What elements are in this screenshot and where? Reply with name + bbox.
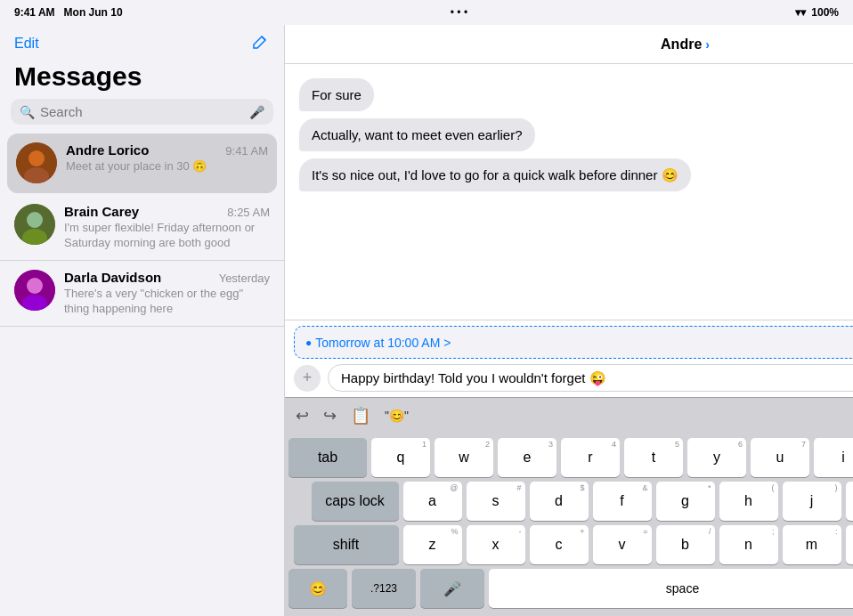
key-y[interactable]: 6y	[687, 438, 746, 477]
capslock-key[interactable]: caps lock	[312, 482, 399, 521]
keyboard-toolbar: ↩ ↪ 📋 "😊" A≡	[285, 397, 853, 433]
conv-info-brain: Brain Carey 8:25 AM I'm super flexible! …	[64, 204, 270, 251]
conv-time-darla: Yesterday	[219, 272, 270, 285]
emoji-key[interactable]: 😊	[288, 569, 347, 608]
chat-header: Andre ›	[285, 25, 853, 64]
wifi-icon: ▾▾	[795, 6, 806, 19]
emoji-picker-button[interactable]: "😊"	[385, 409, 409, 423]
search-input[interactable]	[40, 104, 244, 119]
status-right: ▾▾ 100%	[795, 6, 839, 19]
key-r[interactable]: 4r	[561, 438, 620, 477]
key-d[interactable]: $d	[530, 482, 589, 521]
bubble-incoming: It's so nice out, I'd love to go for a q…	[299, 158, 691, 191]
message-row: For sure	[299, 78, 853, 111]
bubble-incoming: Actually, want to meet even earlier?	[299, 118, 535, 151]
search-bar[interactable]: 🔍 🎤	[11, 99, 273, 125]
avatar-andre	[16, 142, 57, 183]
key-g[interactable]: *g	[656, 482, 715, 521]
search-icon: 🔍	[20, 105, 35, 119]
compose-button[interactable]	[250, 32, 270, 54]
mic-icon: 🎤	[249, 105, 264, 119]
key-v[interactable]: =v	[593, 525, 652, 564]
key-a[interactable]: @a	[403, 482, 462, 521]
message-row: I'm down!	[299, 199, 853, 231]
space-key[interactable]: space	[489, 569, 853, 608]
key-z[interactable]: %z	[403, 525, 462, 564]
keyboard-row-1: tab 1q 2w 3e 4r 5t 6y 7u 8i 9o 0p delete	[288, 438, 853, 477]
message-input[interactable]	[328, 364, 853, 392]
key-f[interactable]: &f	[593, 482, 652, 521]
conv-preview-brain: I'm super flexible! Friday afternoon or …	[64, 221, 270, 251]
key-w[interactable]: 2w	[435, 438, 493, 477]
key-m[interactable]: :m	[783, 525, 841, 564]
key-comma[interactable]: !,	[846, 525, 854, 564]
key-t[interactable]: 5t	[624, 438, 683, 477]
app-container: Edit Messages 🔍 🎤 Andre Lo	[0, 25, 853, 616]
keyboard-row-4: 😊 .?123 🎤 space .?123 ✍ ⌨	[288, 569, 853, 608]
conv-name-brain: Brain Carey	[64, 204, 139, 219]
key-n[interactable]: ;n	[719, 525, 778, 564]
svg-point-7	[27, 278, 43, 294]
scheduled-banner[interactable]: ● Tomorrow at 10:00 AM > ✕	[294, 326, 853, 359]
conv-preview-andre: Meet at your place in 30 🙃	[66, 159, 268, 174]
redo-button[interactable]: ↪	[323, 406, 337, 426]
dictation-key[interactable]: 🎤	[420, 569, 484, 608]
messages-container[interactable]: For sure Actually, want to meet even ear…	[285, 64, 853, 320]
key-j[interactable]: )j	[783, 482, 841, 521]
conv-preview-darla: There's a very "chicken or the egg" thin…	[64, 287, 270, 317]
key-h[interactable]: (h	[719, 482, 778, 521]
sidebar-title: Messages	[0, 60, 284, 99]
avatar-brain	[14, 204, 55, 245]
num-key-left[interactable]: .?123	[352, 569, 416, 608]
clipboard-button[interactable]: 📋	[351, 406, 370, 426]
delivered-label: Delivered	[299, 275, 853, 288]
key-c[interactable]: +c	[530, 525, 589, 564]
sidebar: Edit Messages 🔍 🎤 Andre Lo	[0, 25, 285, 616]
message-input-row: + ↑	[294, 364, 853, 392]
sidebar-header: Edit	[0, 25, 284, 60]
message-row: Meet at your place in 30 🙃	[299, 239, 853, 272]
status-bar: 9:41 AM Mon Jun 10 • • • ▾▾ 100%	[0, 0, 853, 25]
key-x[interactable]: -x	[467, 525, 525, 564]
chat-area: Andre › For sure Actually, want to meet …	[285, 25, 853, 616]
conv-info-darla: Darla Davidson Yesterday There's a very …	[64, 270, 270, 317]
status-center: • • •	[451, 6, 467, 19]
left-shift-key[interactable]: shift	[294, 525, 399, 564]
svg-point-1	[28, 150, 45, 166]
avatar-darla	[14, 270, 55, 311]
edit-button[interactable]: Edit	[14, 36, 39, 52]
key-q[interactable]: 1q	[371, 438, 430, 477]
scheduled-text: ● Tomorrow at 10:00 AM >	[305, 336, 451, 350]
conv-time-andre: 9:41 AM	[225, 144, 268, 158]
conversation-item-darla[interactable]: Darla Davidson Yesterday There's a very …	[0, 261, 284, 327]
message-row: It's so nice out, I'd love to go for a q…	[299, 158, 853, 191]
undo-button[interactable]: ↩	[296, 406, 309, 426]
conv-name-andre: Andre Lorico	[66, 142, 149, 158]
chat-header-title: Andre ›	[661, 36, 710, 53]
add-attachment-button[interactable]: +	[294, 365, 321, 392]
key-u[interactable]: 7u	[751, 438, 809, 477]
message-row: Actually, want to meet even earlier?	[299, 118, 853, 151]
key-i[interactable]: 8i	[814, 438, 853, 477]
input-area: ● Tomorrow at 10:00 AM > ✕ + ↑	[285, 320, 853, 397]
key-k[interactable]: 'k	[846, 482, 854, 521]
conversation-item-brain[interactable]: Brain Carey 8:25 AM I'm super flexible! …	[0, 195, 284, 261]
conversation-item-andre[interactable]: Andre Lorico 9:41 AM Meet at your place …	[7, 134, 277, 193]
tab-key[interactable]: tab	[288, 438, 367, 477]
keyboard: tab 1q 2w 3e 4r 5t 6y 7u 8i 9o 0p delete…	[285, 433, 853, 616]
chevron-right-icon: ›	[705, 37, 710, 52]
bubble-incoming: For sure	[299, 78, 374, 111]
keyboard-row-3: shift %z -x +c =v /b ;n :m !, ?. shift	[288, 525, 853, 564]
key-s[interactable]: #s	[467, 482, 525, 521]
keyboard-row-2: caps lock @a #s $d &f *g (h )j 'k "l ret…	[288, 482, 853, 521]
conv-info-andre: Andre Lorico 9:41 AM Meet at your place …	[66, 142, 268, 174]
status-time: 9:41 AM Mon Jun 10	[14, 6, 123, 19]
conv-name-darla: Darla Davidson	[64, 270, 161, 285]
key-e[interactable]: 3e	[498, 438, 556, 477]
conversation-list: Andre Lorico 9:41 AM Meet at your place …	[0, 132, 284, 616]
key-b[interactable]: /b	[656, 525, 715, 564]
svg-point-4	[27, 212, 43, 228]
conv-time-brain: 8:25 AM	[227, 206, 270, 219]
battery-icon: 100%	[811, 6, 839, 19]
